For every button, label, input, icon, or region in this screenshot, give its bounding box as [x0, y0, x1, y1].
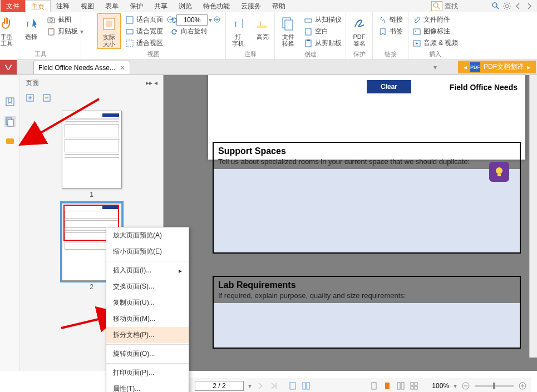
- svg-rect-35: [8, 120, 13, 126]
- section-2-heading: Lab Requirements: [214, 277, 520, 291]
- ctx-zoom-out[interactable]: 缩小页面预览(E): [106, 244, 189, 260]
- expand-all-icon[interactable]: [26, 93, 35, 102]
- clipboard-button[interactable]: 剪贴板▾: [45, 26, 86, 37]
- select-tool-button[interactable]: T 选择: [20, 13, 42, 41]
- zoom-input[interactable]: [176, 14, 208, 26]
- settings-icon[interactable]: [502, 2, 511, 11]
- fit-visible-button[interactable]: 适合视区: [123, 38, 165, 48]
- file-convert-button[interactable]: 文件 转换: [277, 13, 299, 48]
- menu-file[interactable]: 文件: [1, 0, 25, 12]
- menu-features[interactable]: 特色功能: [198, 0, 235, 12]
- view-mode-2-icon[interactable]: [302, 381, 311, 390]
- layout-1-icon[interactable]: [370, 381, 378, 390]
- search-icon[interactable]: [491, 2, 500, 11]
- pages-panel-icon[interactable]: [4, 116, 16, 127]
- svg-rect-13: [126, 29, 133, 34]
- svg-rect-26: [305, 19, 312, 22]
- zoom-slider[interactable]: [475, 385, 514, 387]
- bookmark-button[interactable]: 书签: [376, 26, 405, 37]
- ctx-copy-page[interactable]: 复制页面(U)...: [106, 295, 189, 311]
- menu-protect[interactable]: 保护: [124, 0, 149, 12]
- snapshot-button[interactable]: 截图: [45, 14, 86, 25]
- link-button[interactable]: 链接: [376, 14, 405, 25]
- zoom-level-label: 100%: [432, 382, 449, 390]
- collapse-all-icon[interactable]: [42, 93, 51, 102]
- actual-size-button[interactable]: 实际 大小: [97, 13, 121, 49]
- media-button[interactable]: 音频 & 视频: [410, 38, 461, 48]
- from-scanner-button[interactable]: 从扫描仪: [302, 14, 344, 25]
- hint-bulb-icon[interactable]: [489, 162, 509, 182]
- comments-panel-icon[interactable]: [4, 136, 16, 147]
- nav-fwd-icon[interactable]: [525, 2, 534, 11]
- layout-2-icon[interactable]: [383, 381, 392, 390]
- svg-rect-50: [401, 383, 404, 389]
- zoom-in-icon[interactable]: [213, 16, 222, 24]
- menu-help[interactable]: 帮助: [267, 0, 291, 12]
- layout-3-icon[interactable]: [396, 381, 405, 390]
- bookmarks-panel-icon[interactable]: [4, 96, 16, 107]
- svg-rect-23: [257, 26, 267, 28]
- promo-banner[interactable]: ◂ PDF PDF文档翻译 ▸: [458, 61, 536, 73]
- hand-tool-button[interactable]: 手型 工具: [0, 13, 18, 48]
- typewriter-button[interactable]: T打 字机: [227, 13, 249, 48]
- zoom-out-icon[interactable]: [166, 16, 175, 24]
- ctx-print-page[interactable]: 打印页面(P)...: [106, 365, 189, 381]
- zoom-dropdown-icon[interactable]: ▾: [209, 16, 212, 24]
- pdf-sign-button[interactable]: PDF 签名: [348, 13, 371, 48]
- svg-text:T: T: [26, 21, 30, 28]
- section-2-field[interactable]: [214, 303, 520, 348]
- menu-browse[interactable]: 浏览: [173, 0, 198, 12]
- ctx-swap-page[interactable]: 交换页面(S)...: [106, 279, 189, 295]
- search-dropdown-icon[interactable]: [431, 1, 442, 11]
- page-number-input[interactable]: [195, 381, 244, 391]
- menu-home[interactable]: 主页: [25, 0, 51, 12]
- document-tab[interactable]: Field Office Needs Asse... ✕: [33, 61, 130, 74]
- blank-page-button[interactable]: 空白: [302, 26, 344, 37]
- menu-view[interactable]: 视图: [75, 0, 100, 12]
- home-tab-icon[interactable]: [0, 60, 17, 75]
- next-page-icon[interactable]: [256, 381, 265, 390]
- section-1-heading: Support Spaces: [214, 143, 520, 157]
- zoom-dropdown-status-icon[interactable]: ▾: [454, 382, 457, 390]
- attach-file-button[interactable]: 文件附件: [410, 14, 461, 25]
- layout-4-icon[interactable]: [410, 381, 418, 390]
- from-clipboard-button[interactable]: 从剪贴板: [302, 38, 344, 48]
- ctx-split-doc[interactable]: 拆分文档(P)...: [106, 327, 189, 343]
- page-dropdown-icon[interactable]: ▾: [248, 382, 252, 390]
- last-page-icon[interactable]: [269, 381, 278, 390]
- svg-point-31: [415, 31, 416, 32]
- group-protect-label: 保护: [346, 50, 372, 58]
- rotate-right-button[interactable]: 向右旋转: [167, 26, 210, 37]
- highlight-button[interactable]: T高亮: [252, 13, 274, 41]
- panel-menu-icon[interactable]: ◂: [154, 79, 157, 87]
- svg-rect-44: [290, 383, 295, 389]
- fit-page-button[interactable]: 适合页面: [123, 14, 165, 25]
- ctx-insert-page[interactable]: 插入页面(I)...▸: [106, 262, 189, 279]
- ctx-properties[interactable]: 属性(T)...: [106, 381, 189, 392]
- menu-form[interactable]: 表单: [100, 0, 124, 12]
- menu-cloud[interactable]: 云服务: [235, 0, 267, 12]
- clear-button[interactable]: Clear: [367, 80, 411, 93]
- svg-rect-53: [411, 386, 413, 389]
- menu-annotate[interactable]: 注释: [51, 0, 75, 12]
- panel-collapse-icon[interactable]: ▸▸: [146, 79, 152, 87]
- menu-share[interactable]: 共享: [149, 0, 173, 12]
- nav-back-icon[interactable]: [514, 2, 523, 11]
- zoom-in-status-icon[interactable]: [518, 381, 527, 390]
- ctx-move-page[interactable]: 移动页面(M)...: [106, 311, 189, 327]
- ctx-rotate-page[interactable]: 旋转页面(O)...: [106, 346, 189, 362]
- image-annot-button[interactable]: 图像标注: [410, 26, 461, 37]
- close-tab-icon[interactable]: ✕: [120, 64, 125, 72]
- section-1-field[interactable]: [214, 169, 520, 252]
- zoom-out-status-icon[interactable]: [461, 381, 470, 390]
- fit-width-button[interactable]: 适合宽度: [123, 26, 165, 37]
- document-viewport[interactable]: Clear Field Office Needs Support Spaces …: [164, 75, 537, 371]
- svg-rect-25: [285, 20, 293, 30]
- page-thumbnail-1[interactable]: 1: [62, 111, 122, 199]
- view-mode-1-icon[interactable]: [288, 381, 297, 390]
- vertical-scrollbar[interactable]: [529, 75, 537, 358]
- svg-rect-9: [50, 28, 53, 29]
- tab-dropdown-icon[interactable]: ▾: [433, 63, 437, 71]
- ctx-zoom-in[interactable]: 放大页面预览(A): [106, 227, 189, 244]
- search-input[interactable]: [445, 2, 489, 10]
